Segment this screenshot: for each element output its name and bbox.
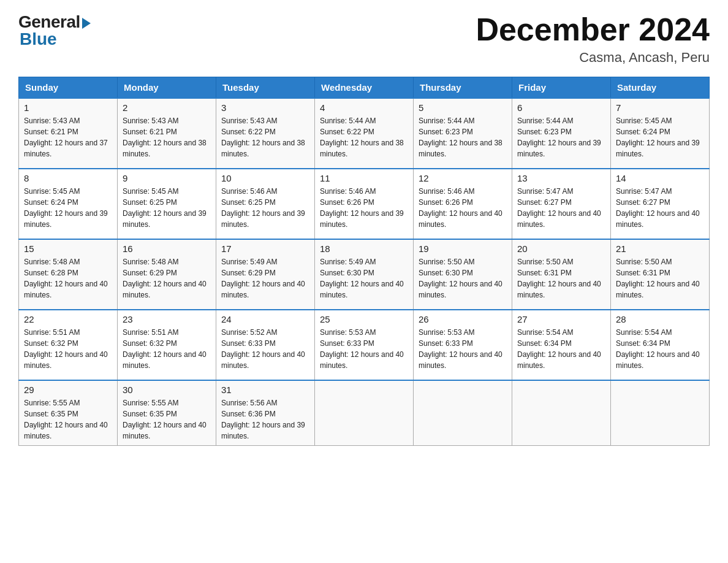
sunrise-label: Sunrise: 5:50 AM bbox=[517, 258, 573, 266]
sunrise-label: Sunrise: 5:49 AM bbox=[221, 258, 277, 266]
day-info: Sunrise: 5:53 AM Sunset: 6:33 PM Dayligh… bbox=[320, 327, 408, 371]
calendar-cell bbox=[315, 380, 414, 446]
sunset-label: Sunset: 6:22 PM bbox=[320, 128, 374, 136]
day-info: Sunrise: 5:45 AM Sunset: 6:25 PM Dayligh… bbox=[123, 186, 211, 230]
calendar-cell bbox=[414, 380, 512, 446]
calendar-cell: 29 Sunrise: 5:55 AM Sunset: 6:35 PM Dayl… bbox=[19, 380, 118, 446]
page-header: General Blue December 2024 Casma, Ancash… bbox=[18, 12, 710, 66]
day-number: 15 bbox=[24, 243, 112, 254]
col-header-tuesday: Tuesday bbox=[216, 77, 315, 99]
sunset-label: Sunset: 6:33 PM bbox=[221, 339, 276, 348]
sunrise-label: Sunrise: 5:55 AM bbox=[24, 399, 80, 407]
calendar-cell: 22 Sunrise: 5:51 AM Sunset: 6:32 PM Dayl… bbox=[19, 310, 118, 380]
sunrise-label: Sunrise: 5:51 AM bbox=[123, 328, 178, 337]
sunrise-label: Sunrise: 5:54 AM bbox=[616, 328, 672, 337]
calendar-cell: 19 Sunrise: 5:50 AM Sunset: 6:30 PM Dayl… bbox=[414, 239, 512, 310]
day-info: Sunrise: 5:54 AM Sunset: 6:34 PM Dayligh… bbox=[517, 327, 605, 371]
day-info: Sunrise: 5:51 AM Sunset: 6:32 PM Dayligh… bbox=[24, 327, 112, 371]
sunrise-label: Sunrise: 5:44 AM bbox=[320, 117, 376, 125]
day-number: 4 bbox=[320, 102, 408, 113]
day-info: Sunrise: 5:46 AM Sunset: 6:25 PM Dayligh… bbox=[221, 186, 309, 230]
sunset-label: Sunset: 6:35 PM bbox=[123, 410, 177, 418]
sunrise-label: Sunrise: 5:50 AM bbox=[419, 258, 474, 266]
day-info: Sunrise: 5:44 AM Sunset: 6:22 PM Dayligh… bbox=[320, 115, 408, 159]
day-info: Sunrise: 5:51 AM Sunset: 6:32 PM Dayligh… bbox=[123, 327, 211, 371]
day-number: 21 bbox=[616, 243, 704, 254]
calendar-subtitle: Casma, Ancash, Peru bbox=[476, 50, 710, 66]
sunrise-label: Sunrise: 5:46 AM bbox=[419, 187, 474, 196]
day-number: 19 bbox=[419, 243, 507, 254]
sunrise-label: Sunrise: 5:55 AM bbox=[123, 399, 178, 407]
day-number: 11 bbox=[320, 173, 408, 183]
sunrise-label: Sunrise: 5:53 AM bbox=[419, 328, 474, 337]
day-info: Sunrise: 5:50 AM Sunset: 6:31 PM Dayligh… bbox=[616, 256, 704, 301]
day-info: Sunrise: 5:46 AM Sunset: 6:26 PM Dayligh… bbox=[320, 186, 408, 230]
day-info: Sunrise: 5:48 AM Sunset: 6:29 PM Dayligh… bbox=[123, 256, 211, 301]
sunset-label: Sunset: 6:35 PM bbox=[24, 410, 78, 418]
logo: General Blue bbox=[18, 12, 91, 49]
calendar-cell: 31 Sunrise: 5:56 AM Sunset: 6:36 PM Dayl… bbox=[216, 380, 315, 446]
daylight-label: Daylight: 12 hours and 40 minutes. bbox=[24, 350, 108, 370]
day-number: 22 bbox=[24, 314, 112, 324]
calendar-cell: 26 Sunrise: 5:53 AM Sunset: 6:33 PM Dayl… bbox=[414, 310, 512, 380]
sunset-label: Sunset: 6:24 PM bbox=[24, 198, 78, 207]
sunset-label: Sunset: 6:31 PM bbox=[517, 269, 572, 277]
daylight-label: Daylight: 12 hours and 40 minutes. bbox=[517, 350, 601, 370]
day-info: Sunrise: 5:45 AM Sunset: 6:24 PM Dayligh… bbox=[616, 115, 704, 159]
week-row-3: 15 Sunrise: 5:48 AM Sunset: 6:28 PM Dayl… bbox=[19, 239, 710, 310]
col-header-sunday: Sunday bbox=[19, 77, 118, 99]
daylight-label: Daylight: 12 hours and 40 minutes. bbox=[320, 280, 404, 299]
day-number: 8 bbox=[24, 173, 112, 183]
calendar-cell: 20 Sunrise: 5:50 AM Sunset: 6:31 PM Dayl… bbox=[512, 239, 611, 310]
daylight-label: Daylight: 12 hours and 40 minutes. bbox=[123, 350, 207, 370]
sunset-label: Sunset: 6:21 PM bbox=[24, 128, 78, 136]
day-number: 16 bbox=[123, 243, 211, 254]
sunset-label: Sunset: 6:27 PM bbox=[616, 198, 670, 207]
sunrise-label: Sunrise: 5:44 AM bbox=[419, 117, 474, 125]
day-info: Sunrise: 5:46 AM Sunset: 6:26 PM Dayligh… bbox=[419, 186, 507, 230]
daylight-label: Daylight: 12 hours and 39 minutes. bbox=[221, 421, 305, 440]
sunrise-label: Sunrise: 5:47 AM bbox=[616, 187, 672, 196]
day-number: 20 bbox=[517, 243, 605, 254]
sunset-label: Sunset: 6:22 PM bbox=[221, 128, 276, 136]
day-number: 7 bbox=[616, 102, 704, 113]
sunset-label: Sunset: 6:30 PM bbox=[419, 269, 473, 277]
daylight-label: Daylight: 12 hours and 40 minutes. bbox=[320, 350, 404, 370]
daylight-label: Daylight: 12 hours and 37 minutes. bbox=[24, 139, 108, 158]
daylight-label: Daylight: 12 hours and 40 minutes. bbox=[517, 209, 601, 229]
day-info: Sunrise: 5:47 AM Sunset: 6:27 PM Dayligh… bbox=[517, 186, 605, 230]
sunrise-label: Sunrise: 5:45 AM bbox=[123, 187, 178, 196]
calendar-cell: 4 Sunrise: 5:44 AM Sunset: 6:22 PM Dayli… bbox=[315, 98, 414, 169]
sunset-label: Sunset: 6:24 PM bbox=[616, 128, 670, 136]
sunrise-label: Sunrise: 5:49 AM bbox=[320, 258, 376, 266]
day-info: Sunrise: 5:43 AM Sunset: 6:22 PM Dayligh… bbox=[221, 115, 309, 159]
day-number: 2 bbox=[123, 102, 211, 113]
daylight-label: Daylight: 12 hours and 40 minutes. bbox=[221, 280, 305, 299]
day-info: Sunrise: 5:43 AM Sunset: 6:21 PM Dayligh… bbox=[123, 115, 211, 159]
sunset-label: Sunset: 6:36 PM bbox=[221, 410, 276, 418]
calendar-cell: 8 Sunrise: 5:45 AM Sunset: 6:24 PM Dayli… bbox=[19, 169, 118, 239]
day-number: 25 bbox=[320, 314, 408, 324]
calendar-cell: 1 Sunrise: 5:43 AM Sunset: 6:21 PM Dayli… bbox=[19, 98, 118, 169]
day-info: Sunrise: 5:52 AM Sunset: 6:33 PM Dayligh… bbox=[221, 327, 309, 371]
daylight-label: Daylight: 12 hours and 39 minutes. bbox=[24, 209, 108, 229]
sunset-label: Sunset: 6:31 PM bbox=[616, 269, 670, 277]
sunset-label: Sunset: 6:32 PM bbox=[123, 339, 177, 348]
sunset-label: Sunset: 6:29 PM bbox=[123, 269, 177, 277]
day-info: Sunrise: 5:45 AM Sunset: 6:24 PM Dayligh… bbox=[24, 186, 112, 230]
day-number: 13 bbox=[517, 173, 605, 183]
calendar-cell: 2 Sunrise: 5:43 AM Sunset: 6:21 PM Dayli… bbox=[118, 98, 216, 169]
sunrise-label: Sunrise: 5:46 AM bbox=[221, 187, 277, 196]
calendar-cell: 23 Sunrise: 5:51 AM Sunset: 6:32 PM Dayl… bbox=[118, 310, 216, 380]
sunset-label: Sunset: 6:34 PM bbox=[616, 339, 670, 348]
calendar-cell: 9 Sunrise: 5:45 AM Sunset: 6:25 PM Dayli… bbox=[118, 169, 216, 239]
calendar-cell bbox=[512, 380, 611, 446]
sunrise-label: Sunrise: 5:43 AM bbox=[123, 117, 178, 125]
calendar-cell bbox=[611, 380, 710, 446]
sunrise-label: Sunrise: 5:45 AM bbox=[24, 187, 80, 196]
daylight-label: Daylight: 12 hours and 40 minutes. bbox=[123, 280, 207, 299]
daylight-label: Daylight: 12 hours and 40 minutes. bbox=[419, 209, 502, 229]
daylight-label: Daylight: 12 hours and 40 minutes. bbox=[616, 209, 700, 229]
sunrise-label: Sunrise: 5:48 AM bbox=[123, 258, 178, 266]
day-info: Sunrise: 5:56 AM Sunset: 6:36 PM Dayligh… bbox=[221, 397, 309, 442]
